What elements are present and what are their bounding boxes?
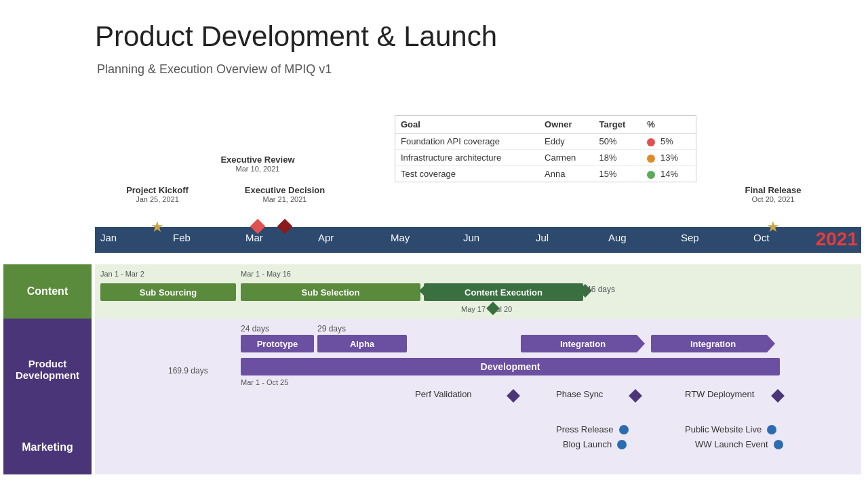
page-subtitle: Planning & Execution Overview of MPIQ v1	[97, 62, 332, 77]
integration2-bar: Integration	[651, 335, 775, 352]
marketing-label: Marketing	[3, 420, 92, 474]
month-label-aug: Aug	[608, 232, 627, 243]
development-bar: Development	[241, 358, 780, 375]
final-release-date: Oct 20, 2021	[745, 195, 801, 203]
page-title: Product Development & Launch	[95, 20, 497, 53]
dev-date-range: Mar 1 - Oct 25	[241, 378, 288, 386]
goal-cell: Infrastructure architecture	[395, 150, 539, 166]
milestone-final-release: Final Release Oct 20, 2021	[745, 185, 801, 203]
month-label-feb: Feb	[173, 232, 191, 243]
month-label-jul: Jul	[536, 232, 549, 243]
alpha-bar: Alpha	[317, 335, 407, 352]
exec-decision-label: Executive Decision	[245, 185, 326, 195]
target-cell: 15%	[594, 166, 642, 182]
year-label: 2021	[816, 228, 858, 250]
col-owner: Owner	[539, 116, 593, 134]
ww-launch-dot	[774, 440, 783, 449]
final-release-label: Final Release	[745, 185, 801, 195]
prototype-days: 24 days	[241, 324, 269, 333]
content-date1: Jan 1 - Mar 2	[100, 270, 144, 278]
goals-row: Infrastructure architecture Carmen 18% 1…	[395, 150, 696, 166]
pct-cell: 13%	[642, 150, 696, 166]
exec-review-label: Executive Review	[220, 155, 294, 165]
owner-cell: Anna	[539, 166, 593, 182]
status-dot	[647, 138, 655, 146]
press-release-label: Press Release	[556, 424, 614, 434]
milestone-exec-review: Executive Review Mar 10, 2021	[220, 155, 294, 173]
blog-launch-label: Blog Launch	[563, 439, 612, 449]
col-pct: %	[642, 116, 696, 134]
milestone-exec-decision: Executive Decision Mar 21, 2021	[245, 185, 326, 203]
milestone-kickoff: Project Kickoff Jan 25, 2021	[126, 185, 189, 203]
phase-sync-label: Phase Sync	[556, 389, 603, 399]
owner-cell: Carmen	[539, 150, 593, 166]
kickoff-date: Jan 25, 2021	[126, 195, 189, 203]
target-cell: 50%	[594, 134, 642, 150]
press-release-dot	[619, 425, 629, 434]
status-dot	[647, 171, 655, 179]
sub-selection-bar: Sub Selection	[241, 283, 420, 301]
public-website-dot	[767, 425, 776, 434]
kickoff-star: ★	[151, 218, 164, 236]
content-execution-bar: Content Execution	[424, 283, 583, 301]
perf-validation-label: Perf Validation	[415, 389, 472, 399]
month-label-jan: Jan	[100, 232, 117, 243]
kickoff-label: Project Kickoff	[126, 185, 189, 195]
dev-days: 169.9 days	[168, 366, 208, 375]
sub-sourcing-bar: Sub Sourcing	[100, 283, 236, 301]
goal-cell: Foundation API coverage	[395, 134, 539, 150]
goals-row: Test coverage Anna 15% 14%	[395, 166, 696, 182]
month-label-mar: Mar	[245, 232, 263, 243]
goals-row: Foundation API coverage Eddy 50% 5%	[395, 134, 696, 150]
rtw-deployment-label: RTW Deployment	[685, 389, 754, 399]
target-cell: 18%	[594, 150, 642, 166]
month-label-apr: Apr	[318, 232, 334, 243]
exec-decision-date: Mar 21, 2021	[245, 195, 326, 203]
goals-table: Goal Owner Target % Foundation API cover…	[395, 115, 696, 182]
exec-review-date: Mar 10, 2021	[220, 165, 294, 173]
status-dot	[647, 155, 655, 163]
final-release-star: ★	[766, 218, 780, 236]
month-label-jun: Jun	[463, 232, 479, 243]
owner-cell: Eddy	[539, 134, 593, 150]
col-goal: Goal	[395, 116, 539, 134]
integration1-bar: Integration	[521, 335, 645, 352]
public-website-item: Public Website Live	[685, 424, 776, 434]
press-release-item: Press Release	[556, 424, 629, 434]
proddev-label: ProductDevelopment	[3, 319, 92, 420]
public-website-label: Public Website Live	[685, 424, 762, 434]
blog-launch-item: Blog Launch	[563, 439, 627, 449]
prototype-bar: Prototype	[241, 335, 314, 352]
month-label-sep: Sep	[681, 232, 699, 243]
col-target: Target	[594, 116, 642, 134]
pct-cell: 14%	[642, 166, 696, 182]
content-46days: 46 days	[587, 285, 615, 294]
content-date2: Mar 1 - May 16	[241, 270, 291, 278]
pct-cell: 5%	[642, 134, 696, 150]
blog-launch-dot	[617, 440, 627, 449]
goal-cell: Test coverage	[395, 166, 539, 182]
alpha-days: 29 days	[317, 324, 346, 333]
ww-launch-label: WW Launch Event	[695, 439, 768, 449]
month-label-may: May	[391, 232, 410, 243]
ww-launch-item: WW Launch Event	[695, 439, 783, 449]
content-label: Content	[3, 264, 92, 319]
